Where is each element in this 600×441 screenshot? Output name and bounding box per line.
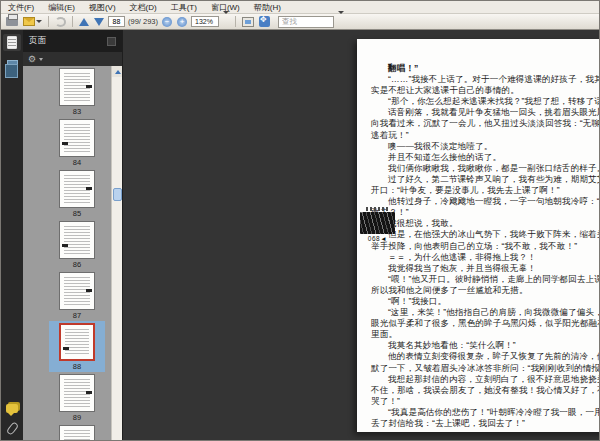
text-line: 向我看过来，沉默了一会儿，他又扭过头淡淡回答我：“无聊， (371, 118, 599, 129)
menu-item[interactable]: 工具(T) (164, 1, 204, 14)
page-number-input[interactable] (108, 16, 125, 27)
thumbnail-page-number: 87 (49, 311, 105, 320)
thumbnail-annotation-mark (86, 85, 92, 88)
text-line: 哭了！” (371, 396, 599, 407)
thumbnail-image (59, 68, 95, 106)
page-thumbnail[interactable]: 85 (49, 168, 105, 219)
email-button[interactable] (22, 15, 43, 29)
page-text: 翻唱！”“……”我接不上话了。对于一个难得逃课的好孩子，我其实是不想让大家逃课干… (371, 63, 599, 429)
find-input[interactable] (278, 16, 334, 28)
up-arrow-icon (79, 18, 89, 26)
text-line: 不住，那啥，我误会朋友了，她没有整我！我心情又好了，不想 (371, 385, 599, 396)
tab-comments[interactable] (3, 400, 21, 417)
text-line: 眼光似乎柔和了很多，黑色的眸子乌黑闪烁，似乎阳光都融在了 (371, 318, 599, 329)
stamp-caption (366, 207, 389, 211)
previous-page-button[interactable] (78, 15, 90, 29)
text-line: 但是，在他强大的冰山气势下，我终于败下阵来，缩着头， (371, 229, 599, 240)
panel-options-row: ⚙ (23, 52, 122, 66)
thumbnail-text-lines (64, 226, 90, 254)
text-line: 丢了封信给我：“去上课吧，我回去了！” (371, 418, 599, 429)
text-line: “啊！”我接口。 (371, 296, 599, 307)
panel-title: 页面 (29, 35, 46, 47)
text-line: 所以我和他之间便多了一丝尴尬和无措。 (371, 285, 599, 296)
page-count-label: (99/ 293) (128, 17, 158, 26)
sidebar-scrollbar[interactable] (111, 66, 122, 440)
panel-options-button[interactable] (107, 37, 116, 46)
printer-icon (6, 17, 18, 26)
thumbnail-page-number: 89 (49, 413, 105, 422)
menu-item[interactable]: 文档(D) (123, 1, 164, 14)
thumbnail-list: 83 84 (23, 66, 111, 440)
text-line: 他转过身子，冷飕飕地一瞪我，一字一句地朝我冷哼：“你 (371, 196, 599, 207)
zoom-out-button[interactable]: − (161, 15, 173, 29)
text-line: 里面。 (371, 329, 599, 340)
thumbnail-annotation-mark (62, 142, 68, 145)
toolbar-separator (48, 16, 49, 27)
text-line: 举手投降，向他表明自己的立场：“我不敢，我不敢！” (371, 241, 599, 252)
text-line: 实是不想让大家逃课干自己的事情的。 (371, 85, 599, 96)
thumbnail-image (59, 221, 95, 259)
menu-item[interactable]: 编辑(E) (41, 1, 82, 14)
thumbnail-image (59, 323, 95, 361)
thumbnail-annotation-mark (62, 244, 68, 247)
fit-width-button[interactable] (241, 15, 255, 29)
toolbar: (99/ 293) − + 132% (1, 14, 599, 30)
paperclip-icon (5, 421, 19, 436)
next-page-button[interactable] (93, 15, 105, 29)
page-thumbnail[interactable]: 88 (49, 321, 105, 372)
comments-icon (6, 404, 18, 413)
page-thumbnail[interactable]: 90 (49, 423, 105, 440)
tab-pages[interactable] (3, 34, 21, 51)
pages-icon (7, 36, 17, 49)
pages-panel: 页面 ⚙ 83 (23, 30, 123, 440)
panel-header: 页面 (23, 30, 122, 52)
thumbnail-annotation-mark (86, 391, 92, 394)
email-icon (23, 17, 35, 26)
chevron-down-icon (36, 20, 42, 23)
scrollbar-thumb[interactable] (113, 188, 122, 201)
text-line: “这里，来笑！”他指指自己的肩膀，向我微微偏了偏头， (371, 307, 599, 318)
page-thumbnail[interactable]: 83 (49, 66, 105, 117)
text-line: 默了一下，又皱着眉头冷冰冰答非所问：“我刚刚收到的情报！” (371, 363, 599, 374)
stamp-image (360, 212, 395, 234)
text-line: 过了好久，第二节课铃声又响了，我有些为难，期期艾艾地 (371, 174, 599, 185)
chevron-down-icon (338, 11, 344, 29)
publisher-stamp: 068◄ (359, 207, 396, 242)
tab-attachments[interactable] (3, 423, 21, 440)
menu-item[interactable]: 文件(F) (1, 1, 41, 14)
zoom-in-button[interactable]: + (176, 15, 188, 29)
thumbnail-area: 83 84 (23, 66, 122, 440)
print-button[interactable] (5, 15, 19, 29)
zoom-level-value[interactable]: 132% (191, 16, 219, 27)
page-thumbnail[interactable]: 86 (49, 219, 105, 270)
layers-icon (7, 60, 18, 72)
thumbnail-image (59, 425, 95, 440)
menu-item[interactable]: 帮助(H) (247, 1, 288, 14)
menu-item[interactable]: 视图(V) (82, 1, 123, 14)
chevron-down-icon (223, 11, 229, 29)
previous-view-button[interactable] (54, 15, 67, 29)
tab-layers[interactable] (3, 57, 21, 74)
undo-arrow-icon (55, 17, 66, 27)
text-line: 噢——我很不淡定地噎了。 (371, 141, 599, 152)
text-line: 我想起那封信的内容，立刻明白了，很不好意思地挠挠头：“对 (371, 374, 599, 385)
text-line: 敢去？！” (371, 207, 599, 218)
document-area[interactable]: 翻唱！”“……”我接不上话了。对于一个难得逃课的好孩子，我其实是不想让大家逃课干… (123, 30, 599, 440)
thumbnail-annotation-mark (86, 289, 92, 292)
zoom-dropdown-button[interactable] (222, 14, 230, 29)
find-dropdown-button[interactable] (337, 14, 345, 29)
fit-width-icon (242, 17, 254, 27)
page-thumbnail[interactable]: 84 (49, 117, 105, 168)
text-line: ＝＝，为什么他逃课，非得拖上我？！ (371, 252, 599, 263)
toolbar-separator (235, 16, 236, 27)
fit-page-button[interactable] (258, 15, 271, 29)
scroll-up-button[interactable] (112, 66, 122, 77)
page-thumbnail[interactable]: 89 (49, 372, 105, 423)
text-line: 我很想说，我敢。 (371, 218, 599, 229)
text-line: “那个，你怎么想起来逃课来找我？”我想了想，转移了话题。 (371, 96, 599, 107)
text-line: 他的表情立刻变得很复杂，眸子又恢复了先前的清冷，他沉 (371, 351, 599, 362)
page-thumbnail[interactable]: 87 (49, 270, 105, 321)
gear-icon[interactable]: ⚙ (28, 55, 36, 64)
zoom-in-icon: + (177, 17, 187, 27)
thumbnail-image (59, 119, 95, 157)
